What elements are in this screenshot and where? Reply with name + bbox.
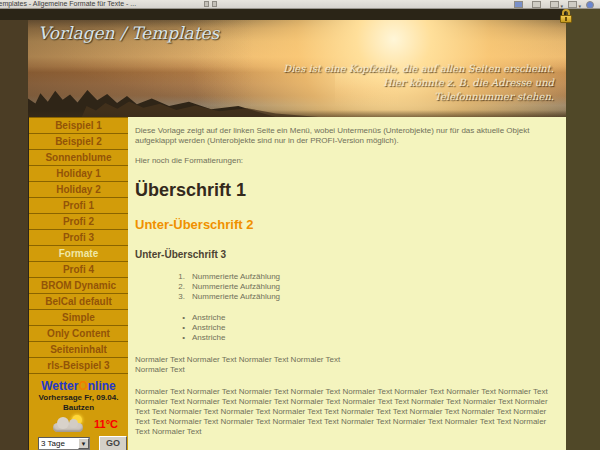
normal-text-paragraph: Normaler Text Normaler Text Normaler Tex…: [135, 387, 558, 437]
sidebar-item-profi-2[interactable]: Profi 2: [29, 213, 128, 229]
logo-text-nline: nline: [88, 379, 116, 393]
forecast-range-select[interactable]: 3 Tage ▼: [38, 437, 90, 450]
lock-icon[interactable]: [560, 9, 572, 23]
go-button[interactable]: GO: [99, 436, 127, 450]
list-item-label: Anstriche: [192, 323, 225, 333]
home-icon[interactable]: [514, 1, 523, 8]
page-top-band: [0, 9, 600, 20]
list-item-label: Nummerierte Aufzählung: [192, 272, 280, 282]
list-item: •Anstriche: [173, 323, 558, 333]
list-item-label: Nummerierte Aufzählung: [192, 292, 280, 302]
bullet-list: •Anstriche •Anstriche •Anstriche: [173, 313, 558, 343]
list-item: 3.Nummerierte Aufzählung: [173, 292, 558, 302]
chevron-down-icon[interactable]: ▼: [78, 438, 89, 449]
sidebar-item-holiday-2[interactable]: Holiday 2: [29, 181, 128, 197]
sidebar-item-formate[interactable]: Formate: [29, 245, 128, 261]
sidebar-item-rls-beispiel-3[interactable]: rls-Beispiel 3: [29, 357, 128, 373]
toolbar-separator: [204, 1, 209, 7]
list-item: •Anstriche: [173, 313, 558, 323]
bullet-marker: •: [173, 323, 185, 333]
list-item-label: Nummerierte Aufzählung: [192, 282, 280, 292]
forecast-city: Bautzen: [29, 403, 128, 413]
forecast-label: Vorhersage Fr, 09.04.: [29, 393, 128, 403]
list-marker: 2.: [173, 282, 185, 292]
tools-icon[interactable]: ▾: [568, 1, 577, 8]
sidebar-item-beispiel-2[interactable]: Beispiel 2: [29, 133, 128, 149]
intro-paragraph: Diese Vorlage zeigt auf der linken Seite…: [135, 126, 558, 146]
list-item-label: Anstriche: [192, 333, 225, 343]
heading-1: Überschrift 1: [135, 180, 558, 200]
sidebar-item-sonnenblume[interactable]: Sonnenblume: [29, 149, 128, 165]
sidebar-item-profi-4[interactable]: Profi 4: [29, 261, 128, 277]
partly-cloudy-icon: [51, 415, 87, 433]
sidebar-item-belcal-default[interactable]: BelCal default: [29, 293, 128, 309]
weather-widget: WetterOnline Vorhersage Fr, 09.04. Bautz…: [29, 373, 128, 450]
bullet-marker: •: [173, 333, 185, 343]
sand-edge: [28, 110, 566, 117]
forecast-range-value: 3 Tage: [39, 438, 78, 449]
sidebar-item-brom-dynamic[interactable]: BROM Dynamic: [29, 277, 128, 293]
sidebar-item-profi-3[interactable]: Profi 3: [29, 229, 128, 245]
browser-toolbar-icons: ▾ ▾: [514, 0, 594, 9]
heading-3: Unter-Überschrift 3: [135, 249, 558, 261]
browser-titlebar: Templates - Allgemeine Formate für Texte…: [0, 0, 600, 9]
cloud-icon: [53, 423, 83, 432]
printer-icon[interactable]: [532, 1, 541, 8]
forecast-row: 11°C: [29, 414, 128, 434]
forecast-controls: 3 Tage ▼ GO: [38, 436, 137, 450]
list-marker: 3.: [173, 292, 185, 302]
sidebar-item-seiteninhalt[interactable]: Seiteninhalt: [29, 341, 128, 357]
list-item: 2.Nummerierte Aufzählung: [173, 282, 558, 292]
list-item: 1.Nummerierte Aufzählung: [173, 272, 558, 282]
site-container: Vorlagen / Templates Dies ist eine Kopfz…: [28, 20, 566, 450]
numbered-list: 1.Nummerierte Aufzählung 2.Nummerierte A…: [173, 272, 558, 302]
content-area: Diese Vorlage zeigt auf der linken Seite…: [128, 117, 566, 450]
main-layout: Beispiel 1 Beispiel 2 Sonnenblume Holida…: [28, 117, 566, 450]
toolbar-separator: [212, 1, 217, 7]
list-marker: 1.: [173, 272, 185, 282]
temperature-value: 11°C: [94, 418, 118, 430]
sidebar-item-only-content[interactable]: Only Content: [29, 325, 128, 341]
list-item: •Anstriche: [173, 333, 558, 343]
sidebar-item-simple[interactable]: Simple: [29, 309, 128, 325]
sidebar-menu: Beispiel 1 Beispiel 2 Sonnenblume Holida…: [28, 117, 128, 450]
sidebar-item-beispiel-1[interactable]: Beispiel 1: [29, 117, 128, 133]
formats-label: Hier noch die Formatierungen:: [135, 156, 558, 166]
sidebar-item-holiday-1[interactable]: Holiday 1: [29, 165, 128, 181]
heading-2: Unter-Überschrift 2: [135, 217, 558, 232]
bullet-marker: •: [173, 313, 185, 323]
lock-keyhole: [565, 17, 567, 21]
normal-text-block: Normaler Text Normaler Text Normaler Tex…: [135, 355, 558, 375]
sidebar-item-profi-1[interactable]: Profi 1: [29, 197, 128, 213]
page-background-right: [566, 9, 600, 450]
logo-text-o: O: [78, 379, 87, 393]
page-title: Vorlagen / Templates: [38, 23, 219, 43]
help-icon[interactable]: [586, 1, 594, 9]
list-item-label: Anstriche: [192, 313, 225, 323]
wetteronline-logo[interactable]: WetterOnline: [29, 379, 128, 393]
browser-tab-title: Templates - Allgemeine Formate für Texte…: [0, 0, 136, 7]
header-tagline: Dies ist eine Kopfzeile, die auf allen S…: [283, 62, 554, 104]
page-icon[interactable]: ▾: [550, 1, 559, 8]
logo-text-wetter: Wetter: [41, 379, 78, 393]
header-image: Vorlagen / Templates Dies ist eine Kopfz…: [28, 20, 566, 117]
